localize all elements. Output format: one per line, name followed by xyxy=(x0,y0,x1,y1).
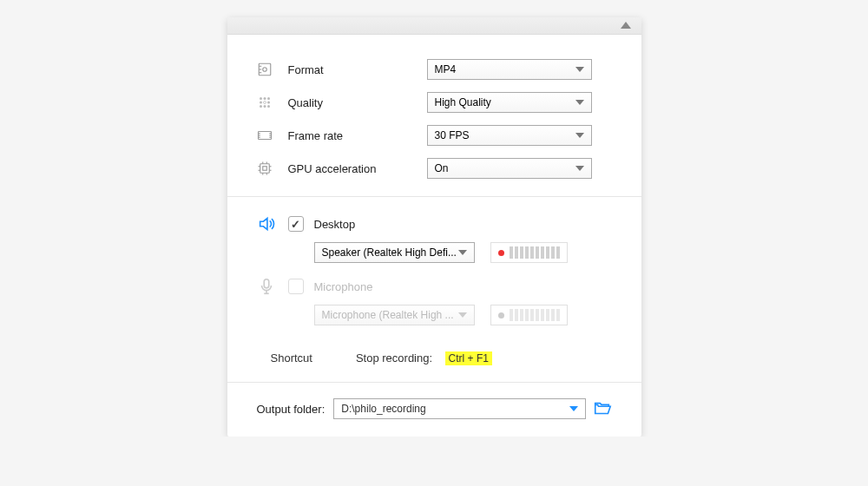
quality-icon xyxy=(257,95,288,110)
shortcut-heading: Shortcut xyxy=(271,351,312,364)
format-label: Format xyxy=(288,63,427,76)
svg-point-10 xyxy=(267,102,270,104)
svg-point-7 xyxy=(267,97,270,100)
shortcut-row: Shortcut Stop recording: Ctrl + F1 xyxy=(257,351,612,364)
microphone-device-value: Microphone (Realtek High ... xyxy=(322,309,458,321)
desktop-device-value: Speaker (Realtek High Defi... xyxy=(322,246,458,259)
desktop-vu-meter xyxy=(490,242,568,263)
gpu-label: GPU acceleration xyxy=(288,162,427,175)
framerate-select[interactable]: 30 FPS xyxy=(427,125,592,146)
output-folder-select[interactable]: D:\philo_recording xyxy=(333,398,585,419)
svg-rect-21 xyxy=(260,164,269,174)
record-dot-icon xyxy=(498,312,504,319)
svg-point-9 xyxy=(263,102,266,104)
framerate-icon xyxy=(257,128,288,143)
collapse-up-icon[interactable] xyxy=(621,22,631,29)
gpu-select[interactable]: On xyxy=(427,158,592,179)
svg-marker-31 xyxy=(260,219,266,230)
microphone-device-select: Microphone (Realtek High ... xyxy=(314,305,475,325)
chevron-down-icon xyxy=(569,406,578,411)
gpu-value: On xyxy=(435,162,575,174)
desktop-device-select[interactable]: Speaker (Realtek High Defi... xyxy=(314,242,475,263)
open-folder-button[interactable] xyxy=(593,399,612,418)
svg-rect-22 xyxy=(262,167,266,171)
microphone-label: Microphone xyxy=(314,280,373,293)
output-folder-path: D:\philo_recording xyxy=(341,403,569,415)
microphone-checkbox[interactable] xyxy=(288,279,304,294)
microphone-icon xyxy=(257,277,288,296)
svg-point-6 xyxy=(263,97,266,100)
chevron-down-icon xyxy=(575,133,584,138)
settings-panel: Format MP4 Quality High Quality xyxy=(227,17,641,437)
chevron-down-icon xyxy=(575,67,584,72)
framerate-value: 30 FPS xyxy=(435,129,575,141)
output-folder-label: Output folder: xyxy=(257,403,326,416)
format-icon xyxy=(257,62,288,77)
svg-point-5 xyxy=(260,97,262,100)
chevron-down-icon xyxy=(575,166,584,171)
chevron-down-icon xyxy=(458,312,467,318)
quality-select[interactable]: High Quality xyxy=(427,92,592,113)
gpu-icon xyxy=(257,161,288,176)
format-value: MP4 xyxy=(435,63,575,76)
titlebar xyxy=(227,17,641,35)
record-dot-icon xyxy=(498,250,504,256)
svg-rect-32 xyxy=(264,279,269,288)
chevron-down-icon xyxy=(458,250,467,255)
desktop-audio-checkbox[interactable] xyxy=(288,216,304,232)
stop-recording-hotkey[interactable]: Ctrl + F1 xyxy=(445,351,492,365)
svg-point-13 xyxy=(267,105,270,108)
stop-recording-label: Stop recording: xyxy=(356,351,432,364)
microphone-vu-meter xyxy=(490,305,568,325)
svg-point-1 xyxy=(262,68,266,72)
svg-point-8 xyxy=(260,102,262,104)
video-section: Format MP4 Quality High Quality xyxy=(227,35,641,196)
quality-value: High Quality xyxy=(435,96,575,108)
svg-point-12 xyxy=(263,105,266,108)
chevron-down-icon xyxy=(575,100,584,105)
speaker-icon xyxy=(257,214,288,233)
framerate-label: Frame rate xyxy=(288,129,427,142)
audio-section: Desktop Speaker (Realtek High Defi... Mi… xyxy=(227,197,641,382)
svg-point-11 xyxy=(260,105,262,108)
format-select[interactable]: MP4 xyxy=(427,59,592,80)
desktop-audio-label: Desktop xyxy=(314,218,356,231)
quality-label: Quality xyxy=(288,96,427,109)
output-section: Output folder: D:\philo_recording xyxy=(227,383,641,437)
